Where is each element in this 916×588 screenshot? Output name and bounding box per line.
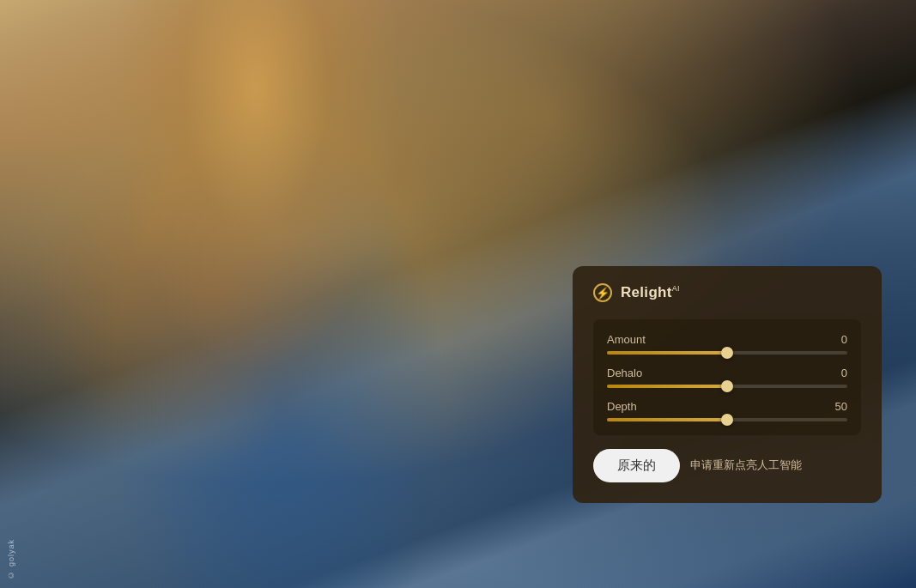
panel-header: ⚡ RelightAI: [593, 283, 861, 302]
apply-relight-text[interactable]: 申请重新点亮人工智能: [690, 458, 802, 473]
depth-track[interactable]: [607, 418, 847, 421]
ai-badge: 人工智能: [757, 458, 802, 471]
amount-slider-row: Amount 0: [607, 333, 847, 355]
amount-value: 0: [841, 333, 847, 346]
watermark: © golyak: [7, 539, 15, 579]
dehalo-thumb[interactable]: [721, 380, 733, 392]
dehalo-track[interactable]: [607, 385, 847, 388]
depth-fill: [607, 418, 727, 421]
relight-icon: ⚡: [593, 283, 612, 302]
original-button[interactable]: 原来的: [593, 449, 680, 482]
dehalo-slider-row: Dehalo 0: [607, 367, 847, 388]
sliders-section: Amount 0 Dehalo 0 Depth 50: [593, 319, 861, 435]
depth-slider-row: Depth 50: [607, 400, 847, 421]
depth-thumb[interactable]: [721, 414, 733, 426]
person-overlay: [43, 0, 515, 588]
dehalo-value: 0: [841, 367, 847, 379]
amount-label: Amount: [607, 333, 646, 346]
amount-label-row: Amount 0: [607, 333, 847, 346]
relight-panel: ⚡ RelightAI Amount 0 Dehalo 0: [573, 266, 882, 503]
dehalo-label-row: Dehalo 0: [607, 367, 847, 379]
amount-thumb[interactable]: [721, 347, 733, 359]
amount-track[interactable]: [607, 351, 847, 355]
bottom-row: 原来的 申请重新点亮人工智能: [593, 449, 861, 482]
panel-title: RelightAI: [621, 284, 680, 301]
depth-label: Depth: [607, 400, 637, 413]
depth-value: 50: [835, 400, 847, 413]
depth-label-row: Depth 50: [607, 400, 847, 413]
dehalo-fill: [607, 385, 727, 388]
dehalo-label: Dehalo: [607, 367, 642, 379]
amount-fill: [607, 351, 727, 355]
